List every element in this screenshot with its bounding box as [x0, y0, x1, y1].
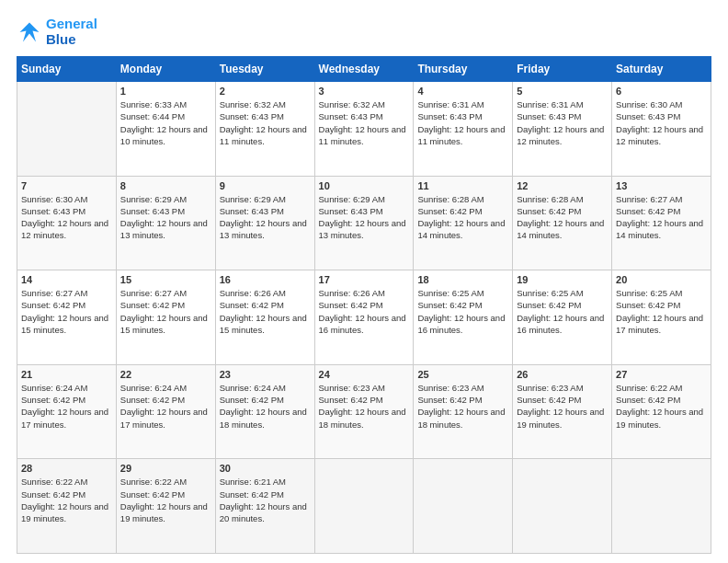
calendar-cell: 21 Sunrise: 6:24 AM Sunset: 6:42 PM Dayl… [17, 364, 117, 459]
calendar-cell: 15 Sunrise: 6:27 AM Sunset: 6:42 PM Dayl… [116, 270, 215, 365]
cell-content: Sunrise: 6:24 AM Sunset: 6:42 PM Dayligh… [120, 382, 211, 431]
sunset-text: Sunset: 6:43 PM [220, 205, 311, 217]
cell-content: Sunrise: 6:26 AM Sunset: 6:42 PM Dayligh… [319, 287, 410, 336]
daylight-text: Daylight: 12 hours and 19 minutes. [21, 500, 112, 525]
daylight-text: Daylight: 12 hours and 12 minutes. [517, 123, 608, 148]
cell-content: Sunrise: 6:22 AM Sunset: 6:42 PM Dayligh… [21, 476, 112, 524]
daylight-text: Daylight: 12 hours and 15 minutes. [120, 312, 211, 337]
calendar-cell: 13 Sunrise: 6:27 AM Sunset: 6:42 PM Dayl… [612, 176, 711, 270]
calendar-cell: 27 Sunrise: 6:22 AM Sunset: 6:42 PM Dayl… [612, 364, 711, 459]
calendar-cell: 22 Sunrise: 6:24 AM Sunset: 6:42 PM Dayl… [116, 364, 215, 459]
weekday-header-monday: Monday [116, 57, 215, 82]
calendar-cell: 20 Sunrise: 6:25 AM Sunset: 6:42 PM Dayl… [612, 270, 711, 365]
day-number: 29 [120, 463, 211, 474]
calendar-cell [513, 459, 612, 554]
sunset-text: Sunset: 6:43 PM [220, 110, 311, 122]
calendar-cell: 26 Sunrise: 6:23 AM Sunset: 6:42 PM Dayl… [513, 364, 612, 459]
cell-content: Sunrise: 6:30 AM Sunset: 6:43 PM Dayligh… [616, 98, 707, 147]
sunset-text: Sunset: 6:42 PM [21, 488, 112, 500]
sunrise-text: Sunrise: 6:26 AM [220, 287, 311, 299]
sunrise-text: Sunrise: 6:31 AM [417, 98, 508, 110]
day-number: 16 [220, 274, 311, 285]
sunrise-text: Sunrise: 6:32 AM [319, 98, 410, 110]
daylight-text: Daylight: 12 hours and 16 minutes. [517, 312, 608, 337]
day-number: 26 [517, 369, 608, 380]
daylight-text: Daylight: 12 hours and 18 minutes. [417, 406, 508, 431]
weekday-header-tuesday: Tuesday [215, 57, 314, 82]
sunrise-text: Sunrise: 6:22 AM [616, 382, 707, 394]
week-row-4: 28 Sunrise: 6:22 AM Sunset: 6:42 PM Dayl… [17, 459, 711, 554]
calendar-cell: 18 Sunrise: 6:25 AM Sunset: 6:42 PM Dayl… [414, 270, 513, 365]
day-number: 28 [21, 463, 112, 474]
daylight-text: Daylight: 12 hours and 17 minutes. [616, 312, 707, 337]
sunset-text: Sunset: 6:43 PM [517, 110, 608, 122]
day-number: 1 [120, 86, 211, 97]
day-number: 17 [319, 274, 410, 285]
sunrise-text: Sunrise: 6:33 AM [120, 98, 211, 110]
day-number: 19 [517, 274, 608, 285]
calendar-table: SundayMondayTuesdayWednesdayThursdayFrid… [17, 56, 711, 554]
cell-content: Sunrise: 6:29 AM Sunset: 6:43 PM Dayligh… [319, 193, 410, 242]
daylight-text: Daylight: 12 hours and 15 minutes. [220, 312, 311, 337]
sunset-text: Sunset: 6:42 PM [616, 394, 707, 406]
sunrise-text: Sunrise: 6:28 AM [417, 193, 508, 205]
sunset-text: Sunset: 6:42 PM [417, 205, 508, 217]
calendar-cell: 12 Sunrise: 6:28 AM Sunset: 6:42 PM Dayl… [513, 176, 612, 270]
day-number: 8 [120, 180, 211, 191]
daylight-text: Daylight: 12 hours and 11 minutes. [417, 123, 508, 148]
sunrise-text: Sunrise: 6:25 AM [417, 287, 508, 299]
sunset-text: Sunset: 6:43 PM [417, 110, 508, 122]
day-number: 15 [120, 274, 211, 285]
sunrise-text: Sunrise: 6:29 AM [319, 193, 410, 205]
week-row-3: 21 Sunrise: 6:24 AM Sunset: 6:42 PM Dayl… [17, 364, 711, 459]
calendar-cell [612, 459, 711, 554]
calendar-cell [314, 459, 414, 554]
logo-text: General Blue [46, 17, 97, 47]
sunrise-text: Sunrise: 6:24 AM [120, 382, 211, 394]
daylight-text: Daylight: 12 hours and 16 minutes. [319, 312, 410, 337]
calendar-cell: 9 Sunrise: 6:29 AM Sunset: 6:43 PM Dayli… [215, 176, 314, 270]
daylight-text: Daylight: 12 hours and 12 minutes. [21, 217, 112, 242]
cell-content: Sunrise: 6:22 AM Sunset: 6:42 PM Dayligh… [120, 476, 211, 524]
day-number: 18 [417, 274, 508, 285]
sunrise-text: Sunrise: 6:21 AM [220, 476, 311, 488]
calendar-cell: 14 Sunrise: 6:27 AM Sunset: 6:42 PM Dayl… [17, 270, 117, 365]
sunrise-text: Sunrise: 6:24 AM [220, 382, 311, 394]
cell-content: Sunrise: 6:32 AM Sunset: 6:43 PM Dayligh… [220, 98, 311, 147]
weekday-header-wednesday: Wednesday [314, 57, 414, 82]
sunset-text: Sunset: 6:43 PM [319, 110, 410, 122]
calendar-cell: 10 Sunrise: 6:29 AM Sunset: 6:43 PM Dayl… [314, 176, 414, 270]
sunset-text: Sunset: 6:42 PM [616, 205, 707, 217]
calendar-cell [414, 459, 513, 554]
sunset-text: Sunset: 6:42 PM [120, 299, 211, 311]
cell-content: Sunrise: 6:28 AM Sunset: 6:42 PM Dayligh… [517, 193, 608, 242]
weekday-header-row: SundayMondayTuesdayWednesdayThursdayFrid… [17, 57, 711, 82]
calendar-cell: 29 Sunrise: 6:22 AM Sunset: 6:42 PM Dayl… [116, 459, 215, 554]
week-row-1: 7 Sunrise: 6:30 AM Sunset: 6:43 PM Dayli… [17, 176, 711, 270]
sunrise-text: Sunrise: 6:25 AM [616, 287, 707, 299]
day-number: 27 [616, 369, 707, 380]
day-number: 10 [319, 180, 410, 191]
sunrise-text: Sunrise: 6:29 AM [120, 193, 211, 205]
cell-content: Sunrise: 6:23 AM Sunset: 6:42 PM Dayligh… [517, 382, 608, 431]
sunset-text: Sunset: 6:42 PM [120, 488, 211, 500]
cell-content: Sunrise: 6:25 AM Sunset: 6:42 PM Dayligh… [517, 287, 608, 336]
cell-content: Sunrise: 6:27 AM Sunset: 6:42 PM Dayligh… [21, 287, 112, 336]
calendar-cell: 4 Sunrise: 6:31 AM Sunset: 6:43 PM Dayli… [414, 82, 513, 177]
day-number: 2 [220, 86, 311, 97]
sunrise-text: Sunrise: 6:32 AM [220, 98, 311, 110]
calendar-cell: 5 Sunrise: 6:31 AM Sunset: 6:43 PM Dayli… [513, 82, 612, 177]
daylight-text: Daylight: 12 hours and 10 minutes. [120, 123, 211, 148]
calendar-cell: 28 Sunrise: 6:22 AM Sunset: 6:42 PM Dayl… [17, 459, 117, 554]
week-row-2: 14 Sunrise: 6:27 AM Sunset: 6:42 PM Dayl… [17, 270, 711, 365]
header: General Blue [17, 17, 711, 47]
daylight-text: Daylight: 12 hours and 14 minutes. [616, 217, 707, 242]
daylight-text: Daylight: 12 hours and 17 minutes. [21, 406, 112, 431]
daylight-text: Daylight: 12 hours and 13 minutes. [319, 217, 410, 242]
sunrise-text: Sunrise: 6:23 AM [517, 382, 608, 394]
day-number: 12 [517, 180, 608, 191]
sunset-text: Sunset: 6:42 PM [21, 394, 112, 406]
sunrise-text: Sunrise: 6:29 AM [220, 193, 311, 205]
sunrise-text: Sunrise: 6:30 AM [616, 98, 707, 110]
calendar-cell: 25 Sunrise: 6:23 AM Sunset: 6:42 PM Dayl… [414, 364, 513, 459]
